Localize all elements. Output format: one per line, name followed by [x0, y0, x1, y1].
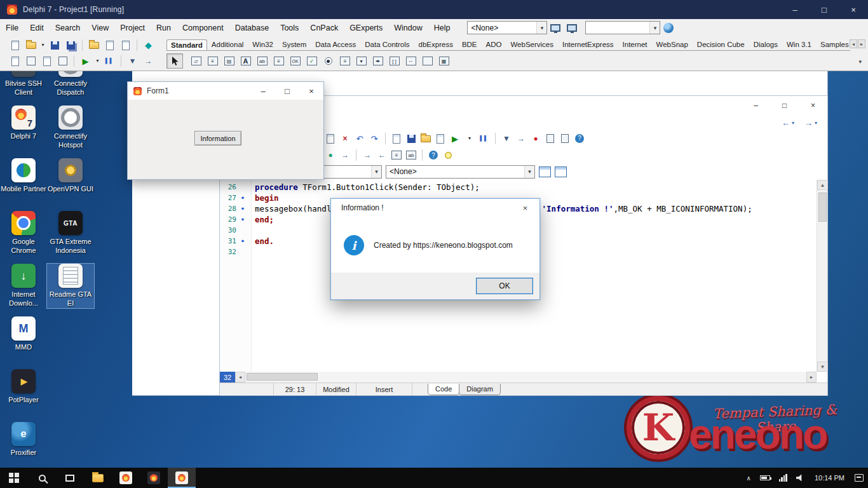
form1-minimize-button[interactable]: – — [251, 82, 275, 100]
run-button[interactable]: ▶ — [78, 54, 93, 68]
maximize-button[interactable]: □ — [810, 0, 839, 19]
add-file-to-project-icon[interactable] — [102, 38, 117, 52]
actionlist-component-icon[interactable] — [436, 54, 452, 69]
start-button[interactable] — [0, 468, 28, 488]
palette-tab-websnap[interactable]: WebSnap — [652, 39, 693, 50]
volume-icon[interactable] — [792, 468, 809, 488]
taskbar-app-secondary[interactable] — [140, 468, 168, 488]
label-component-icon[interactable] — [238, 54, 254, 69]
palette-tab-win32[interactable]: Win32 — [248, 39, 278, 50]
information-dialog[interactable]: Information ! × i Created by https://ken… — [330, 198, 540, 300]
delete-icon[interactable]: × — [339, 132, 351, 145]
call-stack-icon[interactable] — [559, 132, 571, 145]
run-dropdown-icon[interactable]: ▾ — [94, 54, 101, 68]
paste-icon[interactable] — [324, 132, 337, 145]
horizontal-scrollbar[interactable]: 32 ◂ ▸ — [220, 372, 817, 383]
palette-tab-win31[interactable]: Win 3.1 — [782, 39, 816, 50]
indent-icon[interactable]: → — [361, 149, 374, 161]
palette-tab-data-controls[interactable]: Data Controls — [360, 39, 414, 50]
scroll-left-icon[interactable]: ◂ — [235, 372, 245, 383]
desktop-icon-readme-gta[interactable]: Readme GTA EI — [47, 264, 94, 308]
save-file-icon[interactable] — [48, 38, 62, 52]
grid-view-alt-icon[interactable] — [555, 166, 567, 177]
taskbar-clock[interactable]: 10:14 PM — [809, 474, 850, 482]
form1-window[interactable]: Form1 – □ × Information — [127, 81, 324, 180]
desktop-icon-chrome[interactable]: Google Chrome — [0, 211, 47, 255]
palette-tab-data-access[interactable]: Data Access — [311, 39, 360, 50]
app-titlebar[interactable]: Delphi 7 - Project1 [Running] – □ × — [0, 0, 868, 19]
toolbar-overflow-icon[interactable]: ▾ — [858, 58, 862, 65]
minimize-button[interactable]: – — [780, 0, 810, 19]
step-over-icon[interactable]: → — [515, 132, 527, 145]
outdent-icon[interactable]: ← — [376, 149, 388, 161]
scroll-right-icon[interactable]: ▸ — [806, 372, 817, 383]
toggle-form-unit-icon[interactable] — [39, 54, 54, 68]
ok-button[interactable]: OK — [476, 278, 533, 294]
taskbar-app-delphi[interactable] — [112, 468, 140, 488]
tab-scroll-right-icon[interactable]: ▸ — [858, 39, 865, 48]
radiogroup-component-icon[interactable] — [403, 54, 419, 69]
palette-tab-dialogs[interactable]: Dialogs — [749, 39, 782, 50]
horizontal-scroll-thumb[interactable] — [247, 373, 318, 381]
editor-close-button[interactable]: × — [799, 96, 827, 115]
desktop-icon-idm[interactable]: Internet Downlo... — [0, 264, 47, 308]
browse-forward-icon[interactable]: → — [804, 118, 813, 128]
form1-close-button[interactable]: × — [299, 82, 323, 100]
file-explorer-button[interactable] — [84, 468, 112, 488]
tab-scroll-left-icon[interactable]: ◂ — [850, 39, 857, 48]
help-contents-icon[interactable]: ◆ — [141, 38, 156, 52]
desktop-layout-combo[interactable]: <None> ▾ — [467, 21, 547, 34]
browse-forward-dropdown-icon[interactable]: ▾ — [815, 120, 817, 126]
menu-project[interactable]: Project — [114, 24, 151, 32]
watch-icon[interactable] — [544, 132, 557, 145]
open-file-icon[interactable] — [24, 38, 38, 52]
browse-back-dropdown-icon[interactable]: ▾ — [792, 120, 794, 126]
menu-view[interactable]: View — [86, 24, 114, 32]
palette-tab-internet[interactable]: Internet — [618, 39, 652, 50]
trace-into-icon[interactable]: ▼ — [500, 132, 513, 145]
action-center-icon[interactable] — [850, 468, 868, 488]
grid-view-icon[interactable] — [539, 166, 551, 177]
tray-chevron-icon[interactable]: ∧ — [742, 468, 756, 488]
comment-icon[interactable] — [390, 149, 403, 161]
help-circle-icon[interactable]: ? — [427, 149, 440, 161]
tab-diagram[interactable]: Diagram — [459, 384, 501, 395]
menu-search[interactable]: Search — [50, 24, 86, 32]
vertical-scrollbar[interactable]: ▲ ▼ — [817, 180, 827, 372]
information-button[interactable]: Information — [194, 131, 241, 146]
chevron-down-icon[interactable]: ▾ — [371, 166, 381, 178]
palette-tab-internetexpress[interactable]: InternetExpress — [558, 39, 618, 50]
compile-icon[interactable] — [390, 132, 403, 145]
bookmark-icon[interactable]: ● — [324, 149, 337, 161]
desktop-icon-gta[interactable]: GTA Extreme Indonesia — [47, 211, 94, 255]
radiobutton-component-icon[interactable] — [320, 54, 336, 69]
palette-tab-system[interactable]: System — [278, 39, 311, 50]
sync-edit-icon[interactable] — [405, 149, 417, 161]
scroll-up-icon[interactable]: ▲ — [817, 180, 828, 190]
remove-file-from-project-icon[interactable] — [118, 38, 133, 52]
trace-into-icon[interactable]: ▼ — [125, 54, 140, 68]
desktop-icon-delphi7[interactable]: Delphi 7 — [0, 105, 47, 141]
build-icon[interactable] — [405, 132, 417, 145]
set-debug-desktop-icon[interactable] — [564, 21, 580, 35]
tab-code[interactable]: Code — [428, 384, 459, 395]
combobox-component-icon[interactable] — [353, 54, 369, 69]
palette-tab-ado[interactable]: ADO — [482, 39, 506, 50]
desktop-icon-mobile-partner[interactable]: Mobile Partner — [0, 158, 47, 194]
mainmenu-component-icon[interactable] — [205, 54, 220, 69]
view-form-icon[interactable] — [24, 54, 38, 68]
menu-database[interactable]: Database — [229, 24, 275, 32]
install-icon[interactable] — [419, 132, 432, 145]
pause-icon[interactable]: ▌▌ — [478, 132, 491, 145]
menu-help[interactable]: Help — [428, 24, 456, 32]
desktop-icon-openvpn[interactable]: OpenVPN GUI — [47, 158, 94, 194]
editor-minimize-button[interactable]: – — [742, 96, 770, 115]
evaluate-icon[interactable]: ? — [573, 132, 586, 145]
palette-tab-decision-cube[interactable]: Decision Cube — [693, 39, 749, 50]
desktop-icon-potplayer[interactable]: PotPlayer — [0, 369, 47, 405]
dialog-titlebar[interactable]: Information ! × — [331, 199, 539, 217]
form1-maximize-button[interactable]: □ — [275, 82, 299, 100]
palette-tab-dbexpress[interactable]: dbExpress — [414, 39, 458, 50]
palette-tab-standard[interactable]: Standard — [166, 39, 207, 51]
menu-cnpack[interactable]: CnPack — [304, 24, 344, 32]
